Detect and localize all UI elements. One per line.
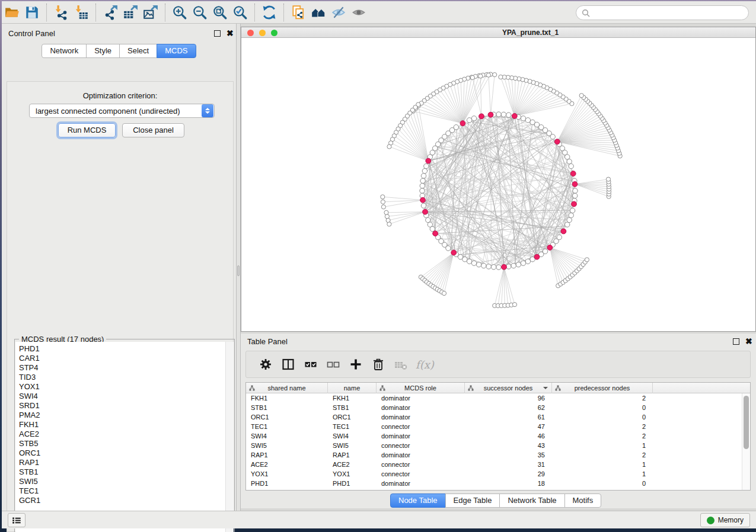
export-network-button[interactable]: [100, 4, 120, 21]
network-node[interactable]: [496, 112, 501, 117]
export-table-button[interactable]: [120, 4, 141, 21]
table-row[interactable]: SWI4SWI4dominator462: [246, 431, 742, 441]
network-node[interactable]: [573, 188, 578, 193]
table-row[interactable]: RAP1RAP1dominator352: [246, 450, 742, 460]
network-mcds-node[interactable]: [561, 229, 566, 234]
mcds-result-item[interactable]: CAR1: [19, 354, 225, 363]
panel-splitter-handle[interactable]: [237, 265, 240, 276]
network-leaf-node[interactable]: [479, 74, 483, 78]
network-mcds-node[interactable]: [426, 158, 431, 164]
tab-edge-table[interactable]: Edge Table: [445, 493, 500, 508]
table-row[interactable]: ACE2ACE2connector311: [246, 460, 742, 469]
zoom-out-button[interactable]: [190, 4, 210, 21]
table-scrollbar[interactable]: [742, 393, 750, 490]
delete-column-button[interactable]: [367, 354, 390, 375]
new-network-from-selection-button[interactable]: [288, 4, 308, 21]
table-row[interactable]: TEC1TEC1connector472: [246, 422, 742, 431]
column-header-predecessor-nodes[interactable]: predecessor nodes: [552, 383, 653, 393]
close-table-panel-icon[interactable]: ✖: [745, 338, 752, 345]
network-leaf-node[interactable]: [385, 214, 389, 219]
network-node[interactable]: [525, 259, 530, 264]
table-row[interactable]: YOX1YOX1connector291: [246, 469, 742, 479]
close-panel-button[interactable]: Close panel: [122, 123, 184, 137]
open-session-button[interactable]: [2, 4, 22, 21]
network-node[interactable]: [521, 116, 525, 121]
network-leaf-node[interactable]: [579, 94, 583, 98]
network-node[interactable]: [570, 208, 575, 213]
float-panel-button[interactable]: [214, 30, 221, 37]
sort-chevron-icon[interactable]: [543, 387, 548, 389]
network-mcds-node[interactable]: [554, 139, 560, 145]
mcds-result-item[interactable]: TID3: [19, 373, 225, 382]
mcds-result-item[interactable]: SWI4: [19, 392, 225, 401]
column-header-MCDS-role[interactable]: MCDS role: [377, 383, 465, 393]
network-node[interactable]: [471, 261, 476, 265]
network-node[interactable]: [506, 113, 511, 117]
network-node[interactable]: [569, 213, 573, 217]
network-node[interactable]: [567, 217, 572, 222]
column-header-shared-name[interactable]: shared name: [246, 383, 328, 393]
mcds-result-item[interactable]: ORC1: [19, 448, 225, 458]
column-header-name[interactable]: name: [328, 383, 377, 393]
network-graph[interactable]: [241, 38, 755, 331]
network-mcds-node[interactable]: [547, 245, 553, 251]
mcds-result-item[interactable]: FKH1: [19, 420, 225, 430]
network-leaf-node[interactable]: [387, 145, 391, 149]
network-node[interactable]: [511, 263, 516, 268]
network-node[interactable]: [471, 116, 476, 121]
first-neighbors-button[interactable]: [308, 4, 328, 21]
network-node[interactable]: [569, 164, 573, 168]
network-node[interactable]: [496, 265, 501, 270]
network-mcds-node[interactable]: [502, 264, 507, 270]
column-header-successor-nodes[interactable]: successor nodes: [465, 383, 552, 393]
network-leaf-node[interactable]: [470, 75, 474, 79]
network-node[interactable]: [430, 226, 435, 231]
network-leaf-node[interactable]: [499, 75, 503, 79]
search-field[interactable]: [576, 5, 749, 20]
network-node[interactable]: [421, 203, 426, 208]
network-node[interactable]: [543, 249, 547, 254]
network-mcds-node[interactable]: [460, 121, 465, 126]
network-mcds-node[interactable]: [534, 254, 540, 259]
network-leaf-node[interactable]: [486, 73, 490, 77]
table-row[interactable]: ORC1ORC1dominator610: [246, 412, 742, 422]
network-leaf-node[interactable]: [384, 210, 388, 214]
zoom-selected-button[interactable]: [230, 4, 250, 21]
network-window-titlebar[interactable]: YPA_prune.txt_1: [241, 27, 755, 38]
network-leaf-node[interactable]: [585, 258, 589, 262]
memory-button[interactable]: Memory: [700, 513, 750, 527]
network-node[interactable]: [521, 261, 525, 265]
network-node[interactable]: [486, 264, 491, 269]
mcds-result-item[interactable]: SWI5: [19, 477, 225, 486]
show-column-panel-button[interactable]: [277, 354, 299, 375]
network-node[interactable]: [481, 263, 486, 268]
network-mcds-node[interactable]: [433, 231, 438, 236]
mcds-result-item[interactable]: SRD1: [19, 401, 225, 411]
network-node[interactable]: [467, 259, 471, 264]
table-row[interactable]: PHD1PHD1dominator180: [246, 479, 742, 488]
task-history-button[interactable]: [8, 513, 25, 527]
minimize-window-icon[interactable]: [259, 30, 266, 36]
network-leaf-node[interactable]: [381, 200, 385, 204]
network-node[interactable]: [422, 168, 427, 173]
network-node[interactable]: [525, 118, 530, 123]
network-node[interactable]: [424, 164, 429, 168]
network-node[interactable]: [567, 159, 572, 164]
tab-style[interactable]: Style: [86, 44, 120, 58]
network-node[interactable]: [420, 178, 425, 183]
mcds-result-item[interactable]: ACE2: [19, 430, 225, 439]
network-node[interactable]: [421, 174, 426, 178]
select-all-columns-button[interactable]: [299, 354, 322, 375]
network-leaf-node[interactable]: [381, 195, 385, 199]
network-canvas[interactable]: [241, 38, 755, 331]
mcds-result-item[interactable]: PHD1: [19, 344, 225, 354]
run-mcds-button[interactable]: Run MCDS: [58, 123, 116, 137]
network-mcds-node[interactable]: [420, 197, 426, 203]
mcds-result-item[interactable]: TEC1: [19, 486, 225, 496]
close-panel-icon[interactable]: ✖: [227, 30, 234, 37]
network-node[interactable]: [565, 222, 570, 227]
network-node[interactable]: [573, 193, 578, 198]
import-table-button[interactable]: [71, 4, 91, 21]
network-mcds-node[interactable]: [423, 209, 428, 214]
tab-mcds[interactable]: MCDS: [157, 44, 196, 58]
